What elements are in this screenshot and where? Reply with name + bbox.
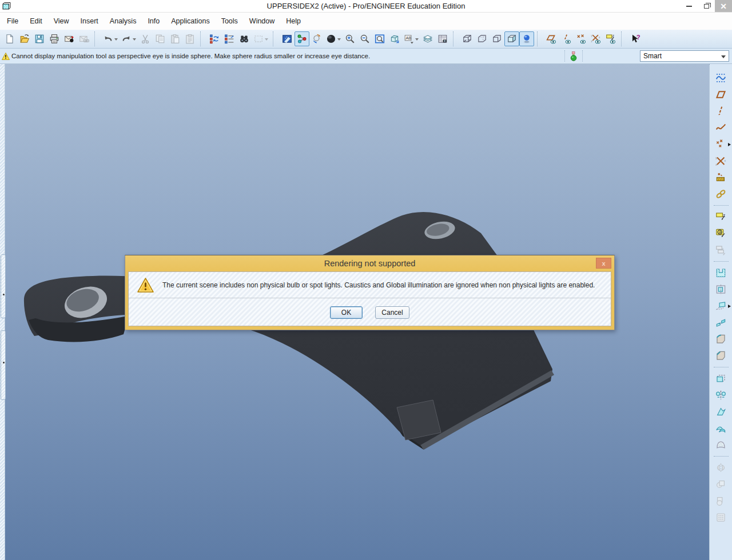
datum-curve-tool-button[interactable] (713, 120, 730, 135)
cube-wireframe-button[interactable] (460, 31, 475, 46)
3d-viewport[interactable]: Rendering not supported x The current sc… (0, 64, 709, 560)
cut-button (138, 31, 153, 46)
window-title: UPPERSIDEX2 (Active) - Pro/ENGINEER Educ… (0, 2, 732, 10)
zoom-in-button[interactable] (343, 31, 357, 46)
chamfer-tool-icon (715, 350, 726, 361)
mirror-tool-2-button (713, 460, 730, 475)
trim-tool-2-button (713, 477, 730, 492)
revolve-tool-button[interactable] (713, 282, 730, 297)
print-button[interactable] (47, 31, 62, 46)
enhanced-realism-button[interactable] (519, 31, 534, 46)
redraw-button[interactable] (280, 31, 295, 46)
copy-geometry-tool-button[interactable] (713, 186, 730, 202)
undo-dropdown[interactable] (114, 38, 118, 42)
saved-views-button[interactable]: AB (402, 31, 420, 46)
style-tool-button[interactable] (713, 70, 730, 86)
menu-item-help[interactable]: Help (280, 15, 307, 27)
zoom-out-button[interactable] (357, 31, 372, 46)
datum-point-tool-flyout[interactable] (728, 143, 732, 146)
datum-point-display-button[interactable] (574, 31, 588, 46)
annotation-tool-button[interactable]: Z (713, 209, 730, 225)
cube-hidden-line-icon (477, 34, 487, 44)
shaded-sphere-dropdown[interactable] (337, 38, 341, 42)
cube-no-hidden-button[interactable] (490, 31, 504, 46)
annotation-display-button[interactable]: Z (603, 31, 618, 46)
datum-point-tool-button[interactable] (713, 137, 730, 152)
menu-item-analysis[interactable]: Analysis (104, 15, 142, 27)
cancel-button[interactable]: Cancel (375, 306, 409, 319)
dialog-body: The current scene includes non physical … (128, 271, 611, 326)
open-file-button[interactable] (17, 31, 32, 46)
save-file-icon (34, 34, 45, 44)
cube-hidden-line-button[interactable] (475, 31, 490, 46)
regenerate-button[interactable] (207, 31, 222, 46)
datum-plane-display-button[interactable] (544, 31, 559, 46)
cube-wireframe-icon (462, 34, 472, 44)
redo-button[interactable] (120, 31, 138, 46)
restore-button[interactable] (698, 0, 715, 12)
chamfer-tool-button[interactable] (713, 348, 730, 363)
merge-tool-button[interactable] (713, 421, 730, 436)
menu-item-insert[interactable]: Insert (75, 15, 104, 27)
mail-link-button (77, 31, 92, 46)
browser-sash-tab[interactable] (1, 330, 6, 400)
mirror-tool-button[interactable] (713, 387, 730, 403)
zoom-fit-button[interactable] (372, 31, 387, 46)
navigator-sash-tab[interactable] (1, 254, 6, 318)
custom-regenerate-button[interactable] (222, 31, 237, 46)
layers-button[interactable] (420, 31, 435, 46)
view-manager-button[interactable] (435, 31, 450, 46)
toolbar-separator (453, 31, 458, 46)
datum-axis-display-button[interactable] (559, 31, 574, 46)
ok-button[interactable]: OK (330, 306, 363, 319)
new-file-button[interactable] (2, 31, 17, 46)
orient-mode-button[interactable] (309, 31, 324, 46)
round-tool-button[interactable] (713, 331, 730, 347)
dialog-close-button[interactable]: x (596, 258, 611, 269)
cube-shaded-button[interactable] (504, 31, 519, 46)
send-mail-button[interactable] (62, 31, 77, 46)
main-area: Rendering not supported x The current sc… (0, 64, 732, 560)
extrude-tool-button[interactable] (713, 265, 730, 281)
sweep-tool-flyout[interactable] (728, 305, 732, 308)
menu-item-applications[interactable]: Applications (165, 15, 215, 27)
csys-display-button[interactable]: yzx (588, 31, 603, 46)
menu-item-tools[interactable]: Tools (216, 15, 244, 27)
light-status-icon[interactable] (570, 51, 578, 61)
sketch-tool-button[interactable] (713, 170, 730, 185)
selection-filter-combobox[interactable]: Smart (640, 50, 729, 62)
close-button[interactable]: ✕ (715, 0, 732, 12)
regenerate-icon (209, 34, 220, 44)
menu-item-edit[interactable]: Edit (24, 15, 48, 27)
undo-button[interactable] (101, 31, 120, 46)
menu-item-view[interactable]: View (48, 15, 75, 27)
datum-axis-tool-icon (715, 106, 726, 117)
minimize-button[interactable] (681, 0, 698, 12)
csys-tool-button[interactable]: yzx (713, 153, 730, 169)
cut-icon (140, 34, 150, 44)
save-file-button[interactable] (32, 31, 47, 46)
saved-views-dropdown[interactable] (415, 38, 419, 42)
find-button[interactable] (237, 31, 252, 46)
menu-item-window[interactable]: Window (244, 15, 280, 27)
context-help-button[interactable]: ? (628, 31, 643, 46)
blend-tool-button[interactable] (713, 315, 730, 330)
datum-axis-tool-button[interactable] (713, 103, 730, 119)
shaded-sphere-button[interactable] (324, 31, 343, 46)
pattern-surface-tool-button[interactable] (713, 437, 730, 453)
dialog-title: Rendering not supported (324, 259, 416, 268)
select-box-dropdown[interactable] (265, 38, 268, 42)
trim-tool-button[interactable] (713, 404, 730, 419)
annotation-feature-tool-button[interactable]: A (713, 226, 730, 241)
annotation-tool-icon: Z (715, 211, 726, 222)
sweep-tool-button[interactable] (713, 298, 730, 314)
menu-item-info[interactable]: Info (142, 15, 165, 27)
annotation-feature-tool-icon: A (715, 228, 726, 239)
reorient-button[interactable] (387, 31, 402, 46)
spin-center-button[interactable] (295, 31, 309, 46)
redo-dropdown[interactable] (133, 38, 136, 42)
datum-plane-tool-button[interactable] (713, 87, 730, 102)
trim-tool-icon (715, 406, 726, 417)
extrude-surface-tool-button[interactable] (713, 371, 730, 386)
menu-item-file[interactable]: File (1, 15, 24, 27)
